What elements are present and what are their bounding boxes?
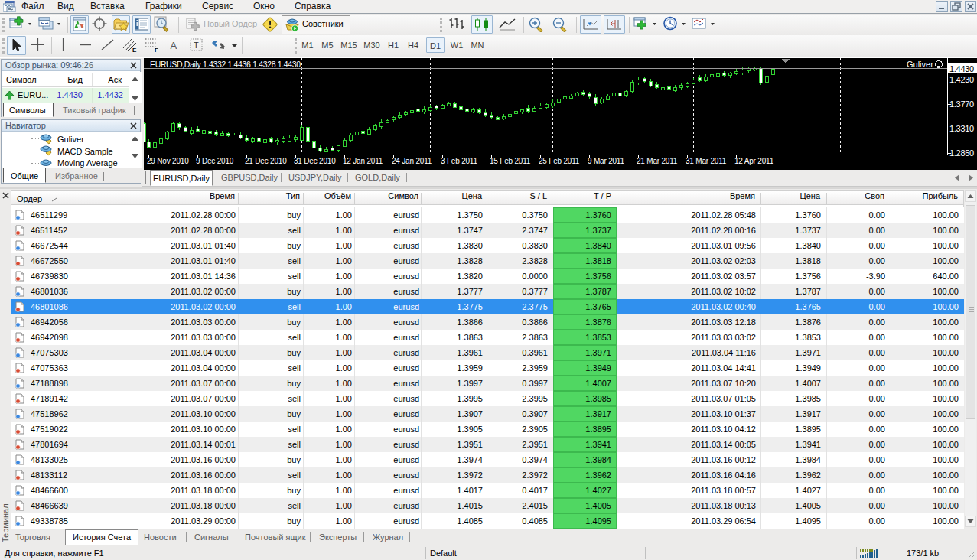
- svg-text:12 Apr 2011: 12 Apr 2011: [734, 157, 774, 165]
- svg-text:1.4430: 1.4430: [949, 64, 974, 73]
- svg-text:1.2850: 1.2850: [949, 148, 974, 158]
- svg-text:25 Feb 2011: 25 Feb 2011: [539, 157, 580, 165]
- svg-text:21 Mar 2011: 21 Mar 2011: [637, 157, 678, 165]
- svg-text:1.4230: 1.4230: [949, 75, 974, 84]
- svg-text:12 Jan 2011: 12 Jan 2011: [343, 157, 383, 165]
- svg-text:1.3310: 1.3310: [949, 124, 974, 133]
- svg-text:24 Jan 2011: 24 Jan 2011: [392, 157, 432, 165]
- svg-text:Guliver: Guliver: [907, 60, 933, 69]
- svg-text:29 Nov 2010: 29 Nov 2010: [147, 157, 189, 165]
- svg-text:T: T: [194, 41, 199, 50]
- svg-text:E: E: [132, 47, 137, 54]
- svg-text:9 Mar 2011: 9 Mar 2011: [588, 157, 624, 165]
- svg-text:21 Dec 2010: 21 Dec 2010: [245, 157, 287, 165]
- svg-text:EURUSD,Daily 1.4332 1.4436 1.: EURUSD,Daily 1.4332 1.4436 1.4328 1.4430: [150, 60, 301, 69]
- svg-text:3 Feb 2011: 3 Feb 2011: [441, 157, 477, 165]
- svg-text:15 Feb 2011: 15 Feb 2011: [490, 157, 531, 165]
- svg-text:31 Mar 2011: 31 Mar 2011: [686, 157, 727, 165]
- svg-text:F: F: [155, 47, 158, 54]
- svg-text:1.3770: 1.3770: [949, 99, 974, 109]
- svg-text:31 Dec 2010: 31 Dec 2010: [294, 157, 336, 165]
- svg-text:9 Dec 2010: 9 Dec 2010: [196, 157, 234, 165]
- svg-text:A: A: [171, 40, 177, 51]
